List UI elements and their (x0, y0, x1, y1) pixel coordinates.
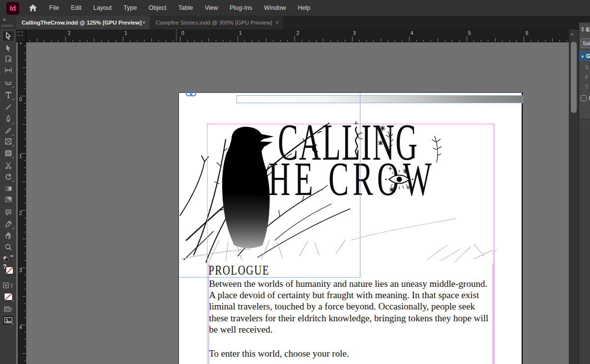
gradient-feather-tool[interactable] (2, 194, 14, 205)
ruler-tick (123, 36, 123, 42)
ruler-tick (24, 82, 26, 82)
ruler-label: 3 (19, 268, 22, 273)
note-tool[interactable] (2, 207, 14, 218)
body-text-frame[interactable]: Between the worlds of humanity and natur… (209, 278, 494, 359)
ruler-tick (73, 40, 73, 42)
ruler-tick (80, 40, 80, 42)
screen-mode-preview[interactable] (2, 315, 14, 326)
direct-selection-tool[interactable] (2, 43, 14, 54)
text-line: A place devoid of certainty but fraught … (209, 289, 494, 301)
eyedropper-tool[interactable] (2, 219, 14, 229)
ruler-tick (237, 36, 238, 42)
formatting-affects[interactable]: T (2, 280, 14, 291)
ruler-tick (58, 40, 59, 42)
vertical-ruler[interactable]: 101234 (18, 42, 26, 364)
menu-object[interactable]: Object (143, 0, 172, 16)
fill-stroke-defaults[interactable] (2, 252, 14, 263)
ruler-tick (24, 46, 26, 46)
text-line: liminal travelers, touched by a force be… (209, 301, 494, 312)
ruler-tick (309, 40, 309, 42)
menu-layout[interactable]: Layout (88, 0, 118, 16)
effects-sub-row[interactable]: T (585, 83, 590, 91)
ruler-tick (524, 36, 524, 42)
chevron-down-icon: ▼ (581, 55, 585, 59)
ruler-origin-corner[interactable] (16, 29, 26, 42)
scrollbar-thumb[interactable] (571, 42, 577, 113)
ruler-tick (65, 36, 66, 42)
prologue-heading[interactable]: PROLOGUE (208, 263, 269, 279)
zero-point-marker (176, 29, 177, 42)
effects-panel-header[interactable]: ▲▼ Ef (581, 27, 590, 32)
collapse-panel-icon[interactable]: » (3, 17, 5, 22)
ruler-tick (24, 110, 26, 111)
horizontal-ruler[interactable]: 210123456 (26, 29, 569, 42)
tab-campfire-stories[interactable]: Campfire Stories.indd @ 300% [GPU Previe… (150, 16, 283, 29)
isolate-blending-checkbox-row[interactable]: I (581, 95, 590, 101)
effects-sub-row[interactable]: S (585, 63, 590, 72)
ruler-tick (545, 40, 546, 42)
selection-tool[interactable] (2, 30, 14, 41)
menu-edit[interactable]: Edit (65, 0, 88, 16)
home-icon[interactable] (29, 3, 37, 12)
free-transform-tool[interactable] (2, 171, 14, 182)
apply-none-button[interactable] (2, 291, 14, 302)
ruler-tick (509, 40, 510, 42)
ruler-tick (24, 168, 26, 168)
prologue-paragraph: Between the worlds of humanity and natur… (209, 278, 494, 335)
effects-group-row[interactable]: ▼G (579, 51, 590, 61)
type-tool[interactable] (2, 89, 14, 100)
menu-items: FileEditLayoutTypeObjectTableViewPlug-In… (43, 0, 316, 16)
document-page[interactable]: CALLING THE CROW PROLOGUE Between the wo… (178, 92, 523, 364)
menu-view[interactable]: View (199, 0, 224, 16)
gap-tool[interactable] (2, 65, 14, 76)
menu-window[interactable]: Window (258, 0, 292, 16)
content-collector-tool[interactable] (2, 77, 14, 88)
ruler-tick (116, 40, 116, 42)
line-tool[interactable] (2, 102, 14, 112)
fill-swatch-none[interactable]: ? (2, 264, 14, 275)
rectangle-tool[interactable] (2, 148, 14, 159)
toolbar-header: » (0, 16, 16, 29)
ruler-tick (23, 67, 26, 68)
close-tab-icon[interactable]: × (142, 19, 146, 26)
ruler-tick (24, 289, 26, 289)
ruler-tick (173, 40, 173, 42)
frame-tool[interactable] (2, 136, 14, 147)
ruler-tick (87, 40, 88, 42)
gradient-bar-frame[interactable] (236, 95, 523, 103)
ruler-tick (273, 40, 273, 42)
effects-sub-row[interactable]: F (585, 73, 590, 82)
title-line-2[interactable]: THE CROW (246, 155, 436, 203)
hand-tool[interactable] (2, 230, 14, 241)
ruler-label: 0 (19, 97, 22, 102)
pen-tool[interactable] (2, 113, 14, 124)
flyout-triangle-icon (12, 86, 14, 87)
blend-mode-dropdown[interactable]: Satu (581, 38, 590, 48)
menu-help[interactable]: Help (292, 0, 317, 16)
zoom-tool[interactable] (2, 242, 14, 252)
toolbar-grip-icon[interactable] (2, 25, 13, 27)
checkbox-icon[interactable] (581, 95, 587, 101)
menu-plugins[interactable]: Plug-Ins (224, 0, 258, 16)
menu-file[interactable]: File (43, 0, 65, 16)
gradient-swatch-tool[interactable] (2, 183, 14, 194)
view-options[interactable] (2, 304, 14, 314)
ruler-tick (158, 40, 159, 42)
vertical-scrollbar[interactable]: ^ (569, 29, 579, 364)
ruler-tick (445, 40, 445, 42)
scissors-tool[interactable] (2, 160, 14, 171)
close-tab-icon[interactable]: × (275, 19, 279, 26)
pasteboard[interactable]: CALLING THE CROW PROLOGUE Between the wo… (26, 42, 569, 364)
pencil-tool[interactable] (2, 125, 14, 136)
ruler-tick (24, 246, 26, 247)
menu-table[interactable]: Table (172, 0, 199, 16)
menu-type[interactable]: Type (118, 0, 143, 16)
linked-frame-icon[interactable] (186, 91, 197, 97)
ruler-tick (423, 40, 424, 42)
indesign-logo[interactable]: Id (6, 2, 19, 15)
page-tool[interactable] (2, 54, 14, 64)
scroll-up-icon[interactable]: ^ (571, 32, 573, 38)
ruler-label: 0 (181, 30, 184, 36)
tab-callingthecrow[interactable]: CallingTheCrow.indd @ 125% [GPU Preview]… (16, 16, 150, 29)
ruler-tick (560, 40, 560, 42)
